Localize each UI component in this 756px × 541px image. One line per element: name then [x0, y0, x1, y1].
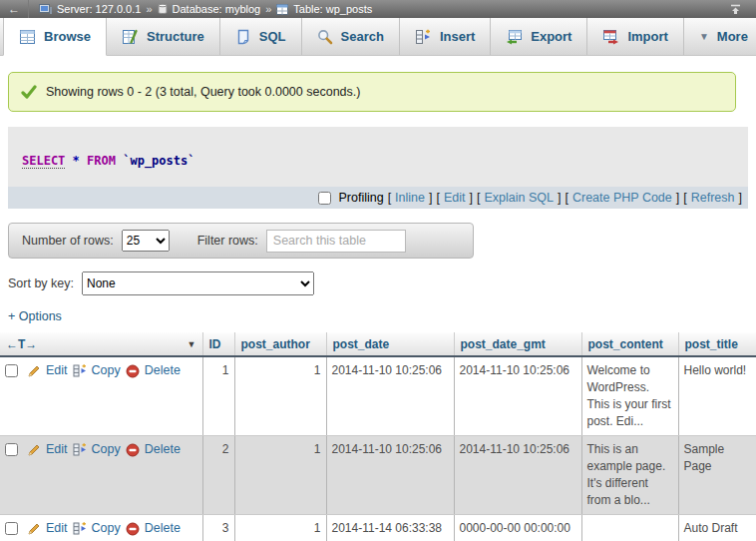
filter-rows-input[interactable] [266, 230, 406, 253]
column-options-chevron-icon[interactable]: ▼ [188, 339, 196, 349]
cell-id: 1 [202, 356, 234, 436]
table-icon [276, 4, 288, 15]
cell-post-date: 2014-11-10 10:25:06 [326, 356, 454, 436]
cell-post-title: Hello world! [678, 356, 756, 436]
bracket: [ [683, 191, 686, 205]
bracket: ] [739, 191, 742, 205]
tab-structure[interactable]: Structure [107, 18, 220, 55]
collapse-toolbar-icon[interactable] [729, 4, 742, 15]
row-checkbox[interactable] [5, 443, 18, 456]
breadcrumb-separator: » [265, 3, 271, 15]
delete-row-link[interactable]: Delete [145, 520, 181, 537]
header-post-author[interactable]: post_author [234, 332, 326, 356]
cell-post-date: 2014-11-10 10:25:06 [326, 436, 454, 515]
tab-browse[interactable]: Browse [3, 18, 107, 56]
copy-row-link[interactable]: Copy [92, 441, 121, 458]
import-icon [602, 29, 619, 45]
tab-import[interactable]: Import [587, 18, 683, 55]
copy-row-link[interactable]: Copy [92, 362, 121, 379]
cell-post-content: This is an example page. It's different … [581, 436, 678, 515]
delete-row-link[interactable]: Delete [145, 441, 181, 458]
back-arrow-icon[interactable]: ← [0, 0, 29, 18]
row-checkbox[interactable] [5, 364, 18, 377]
tab-search[interactable]: Search [302, 18, 400, 55]
row-checkbox[interactable] [5, 522, 18, 535]
cell-id: 2 [202, 436, 234, 515]
breadcrumb-table: Table: wp_posts [293, 3, 372, 15]
breadcrumb-database[interactable]: Database: myblog [173, 3, 261, 15]
cell-post-date-gmt: 2014-11-10 10:25:06 [454, 356, 581, 436]
bracket: ] [676, 191, 679, 205]
cell-post-date-gmt: 0000-00-00 00:00:00 [454, 515, 581, 541]
cell-post-title: Sample Page [678, 436, 756, 515]
tab-more[interactable]: ▼ More [684, 18, 756, 55]
breadcrumb-server[interactable]: Server: 127.0.0.1 [57, 3, 141, 15]
cell-post-title: Auto Draft [678, 515, 756, 541]
table-row: Edit Copy Delete 1 1 2014-11-10 10:25:06… [0, 356, 756, 436]
success-check-icon [21, 85, 37, 99]
cell-post-content: Welcome to WordPress. This is your first… [581, 356, 678, 436]
bracket: [ [388, 191, 391, 205]
results-table: ←T→ ▼ ID post_author post_date post_date… [0, 332, 756, 541]
bracket: ] [429, 191, 432, 205]
copy-row-icon [73, 443, 87, 456]
sql-keyword-from: FROM [87, 154, 116, 168]
rows-controls-bar: Number of rows: 25 Filter rows: [8, 223, 474, 259]
tab-sql[interactable]: SQL [220, 18, 302, 55]
num-rows-select[interactable]: 25 [122, 230, 170, 252]
header-post-title[interactable]: post_title [678, 332, 756, 356]
tab-bar: Browse Structure SQL Search Insert [0, 18, 756, 56]
sort-by-key-row: Sort by key: None [8, 271, 756, 295]
explain-sql-link[interactable]: Explain SQL [484, 191, 553, 205]
tab-sql-label: SQL [259, 29, 286, 44]
edit-row-link[interactable]: Edit [46, 362, 68, 379]
bracket: ] [558, 191, 561, 205]
bracket: [ [436, 191, 439, 205]
edit-row-link[interactable]: Edit [46, 441, 68, 458]
pencil-icon [27, 364, 41, 378]
insert-row-icon [415, 29, 432, 45]
copy-row-icon [73, 364, 87, 377]
database-icon [158, 3, 168, 15]
sort-by-key-label: Sort by key: [8, 276, 74, 290]
header-id[interactable]: ID [202, 332, 234, 356]
delete-row-link[interactable]: Delete [145, 362, 181, 379]
tab-search-label: Search [341, 29, 384, 44]
create-php-code-link[interactable]: Create PHP Code [572, 191, 672, 205]
edit-row-link[interactable]: Edit [46, 520, 68, 537]
row-selector-arrows[interactable]: ←T→ [6, 337, 37, 351]
profiling-checkbox[interactable] [318, 192, 331, 205]
sql-table-name: `wp_posts` [123, 154, 194, 168]
status-message: Showing rows 0 - 2 (3 total, Query took … [8, 72, 736, 112]
cell-post-date-gmt: 2014-11-10 10:25:06 [454, 436, 581, 515]
bracket: [ [565, 191, 567, 205]
table-header-row: ←T→ ▼ ID post_author post_date post_date… [0, 332, 756, 356]
header-post-date[interactable]: post_date [326, 332, 454, 356]
sql-star: * [73, 154, 80, 168]
tab-import-label: Import [627, 29, 667, 44]
edit-query-link[interactable]: Edit [444, 191, 466, 205]
sort-by-key-select[interactable]: None [82, 271, 314, 295]
breadcrumb-separator: » [146, 3, 152, 15]
tab-insert[interactable]: Insert [400, 18, 491, 55]
query-block: SELECT * FROM `wp_posts` Profiling [ Inl… [8, 127, 748, 209]
delete-row-icon [126, 522, 140, 536]
structure-icon [122, 29, 139, 45]
options-toggle-link[interactable]: + Options [8, 309, 62, 323]
status-message-text: Showing rows 0 - 2 (3 total, Query took … [46, 85, 360, 99]
table-row: Edit Copy Delete 3 1 2014-11-14 06:33:38… [0, 515, 756, 541]
header-post-content[interactable]: post_content [581, 332, 678, 356]
sql-query-display: SELECT * FROM `wp_posts` [8, 127, 748, 187]
copy-row-link[interactable]: Copy [92, 520, 121, 537]
header-post-date-gmt[interactable]: post_date_gmt [454, 332, 581, 356]
breadcrumb: Server: 127.0.0.1 » Database: myblog » T… [39, 3, 372, 15]
refresh-link[interactable]: Refresh [691, 191, 735, 205]
inline-link[interactable]: Inline [395, 191, 425, 205]
row-actions-cell: Edit Copy Delete [0, 436, 202, 515]
sql-tools-bar: Profiling [ Inline ] [ Edit ] [ Explain … [8, 187, 748, 209]
header-actions-cell: ←T→ ▼ [0, 332, 202, 356]
cell-post-author: 1 [234, 515, 326, 541]
cell-post-author: 1 [234, 356, 326, 436]
tab-more-label: More [717, 29, 748, 44]
tab-export[interactable]: Export [491, 18, 587, 55]
